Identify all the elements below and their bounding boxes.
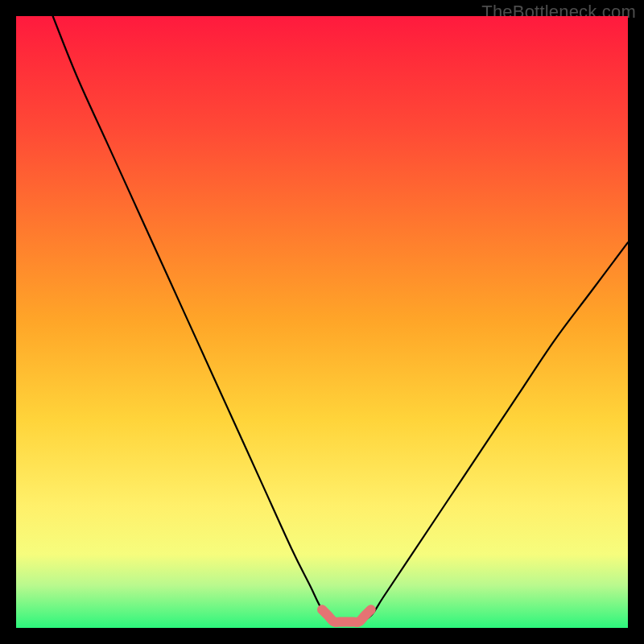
- bottleneck-curve-line: [53, 16, 628, 623]
- chart-svg: [16, 16, 628, 628]
- plot-area: [16, 16, 628, 628]
- optimal-range-marker-line: [322, 609, 371, 622]
- chart-frame: TheBottleneck.com: [0, 0, 644, 644]
